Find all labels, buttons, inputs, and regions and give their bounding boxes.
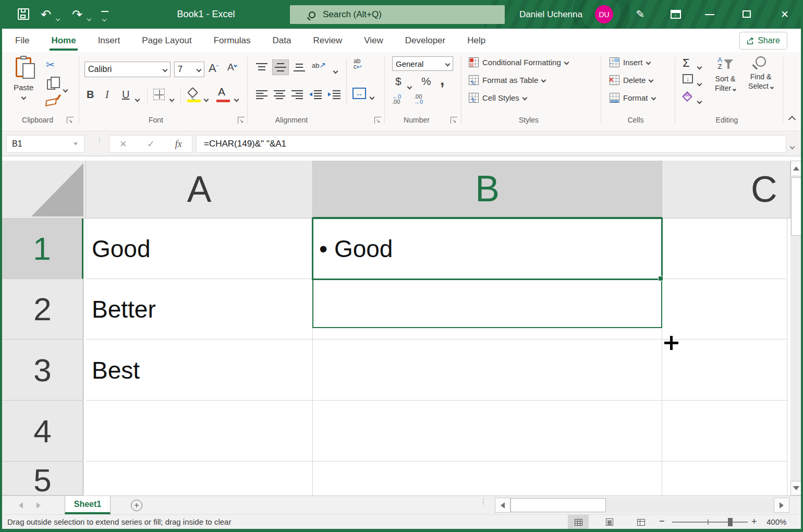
- tab-formulas[interactable]: Formulas: [203, 29, 262, 52]
- previous-sheet-icon[interactable]: [19, 502, 23, 509]
- find-select-button[interactable]: Find & Select: [745, 56, 777, 91]
- cell-a1[interactable]: Good: [92, 219, 151, 279]
- insert-function-icon[interactable]: fx: [175, 139, 182, 150]
- tab-scrollbar-splitter[interactable]: ⋮: [480, 499, 487, 503]
- fill-dropdown-icon[interactable]: [698, 78, 701, 87]
- paste-button[interactable]: Paste: [14, 57, 33, 101]
- sheet-tab-sheet1[interactable]: Sheet1: [65, 496, 111, 514]
- cancel-formula-icon[interactable]: ✕: [119, 139, 127, 150]
- row-header-2[interactable]: 2: [2, 279, 83, 340]
- align-right-icon[interactable]: [291, 90, 303, 101]
- font-color-dropdown-icon[interactable]: [235, 94, 238, 103]
- scroll-right-button[interactable]: [774, 498, 789, 513]
- tab-data[interactable]: Data: [262, 29, 302, 52]
- autosum-icon[interactable]: Σ: [683, 56, 690, 70]
- accounting-dropdown-icon[interactable]: [408, 81, 411, 90]
- column-header-a[interactable]: A: [86, 161, 313, 219]
- undo-button[interactable]: ↶: [39, 0, 53, 29]
- insert-cells-button[interactable]: ← Insert: [610, 57, 650, 67]
- tab-file[interactable]: File: [4, 29, 40, 52]
- tab-insert[interactable]: Insert: [87, 29, 131, 52]
- scroll-left-button[interactable]: [495, 498, 510, 513]
- select-all-corner[interactable]: [2, 161, 86, 219]
- delete-cells-button[interactable]: ✕ Delete: [610, 75, 653, 85]
- copy-dropdown-icon[interactable]: [64, 84, 67, 93]
- zoom-out-button[interactable]: −: [659, 516, 665, 527]
- new-sheet-button[interactable]: +: [131, 500, 142, 511]
- zoom-in-button[interactable]: +: [751, 516, 757, 527]
- accounting-format-icon[interactable]: $: [395, 75, 402, 88]
- close-button[interactable]: ✕: [777, 0, 793, 29]
- cell-a3[interactable]: Best: [92, 340, 140, 401]
- increase-decimal-icon[interactable]: ←0 .00: [392, 94, 401, 104]
- autosum-dropdown-icon[interactable]: [698, 62, 701, 70]
- clipboard-dialog-launcher[interactable]: ↘: [67, 117, 74, 124]
- merge-center-dropdown-icon[interactable]: [370, 92, 374, 101]
- font-name-combo[interactable]: Calibri: [84, 62, 171, 77]
- row-header-5[interactable]: 5: [2, 462, 83, 495]
- align-center-icon[interactable]: [273, 90, 286, 101]
- customize-quick-access-toolbar-icon[interactable]: [101, 11, 108, 23]
- align-left-icon[interactable]: [256, 90, 268, 101]
- save-icon[interactable]: [18, 8, 29, 20]
- underline-dropdown-icon[interactable]: [136, 94, 139, 103]
- tab-view[interactable]: View: [353, 29, 394, 52]
- row-header-3[interactable]: 3: [2, 340, 83, 401]
- tab-developer[interactable]: Developer: [394, 29, 457, 52]
- expand-formula-bar-icon[interactable]: [790, 141, 794, 151]
- row-header-1[interactable]: 1: [2, 219, 83, 279]
- top-align-icon[interactable]: [256, 63, 268, 74]
- column-header-c[interactable]: C: [662, 161, 790, 219]
- pen-draw-icon[interactable]: ✎: [631, 0, 650, 29]
- collapse-ribbon-icon[interactable]: [789, 117, 795, 122]
- number-format-combo[interactable]: General: [392, 56, 453, 71]
- enter-formula-icon[interactable]: ✓: [147, 138, 155, 150]
- number-dialog-launcher[interactable]: ↘: [451, 117, 457, 124]
- borders-icon[interactable]: [153, 89, 165, 100]
- fill-icon[interactable]: ↓: [683, 74, 693, 83]
- page-break-preview-button[interactable]: [630, 515, 651, 529]
- increase-font-size-button[interactable]: Aˆ: [209, 62, 218, 75]
- redo-button[interactable]: ↷: [70, 0, 84, 29]
- undo-dropdown-icon[interactable]: [56, 13, 59, 22]
- paste-dropdown-icon[interactable]: [21, 95, 26, 100]
- tab-page-layout[interactable]: Page Layout: [131, 29, 202, 52]
- name-box[interactable]: B1: [6, 135, 84, 153]
- share-button[interactable]: Share: [739, 32, 787, 50]
- fill-color-dropdown-icon[interactable]: [204, 94, 208, 103]
- zoom-slider-track[interactable]: [672, 522, 748, 523]
- decrease-indent-icon[interactable]: [309, 90, 322, 101]
- name-box-dropdown-icon[interactable]: [74, 142, 78, 146]
- sort-filter-button[interactable]: AZ Sort & Filter: [709, 56, 741, 93]
- font-dialog-launcher[interactable]: ↘: [238, 117, 245, 124]
- italic-button[interactable]: I: [105, 89, 109, 101]
- worksheet-grid[interactable]: A B C 1 2 3 4 5 Good Better Best • Good: [2, 156, 801, 495]
- cell-a2[interactable]: Better: [92, 279, 156, 340]
- alignment-dialog-launcher[interactable]: ↘: [374, 117, 381, 124]
- redo-dropdown-icon[interactable]: [88, 13, 91, 22]
- bold-button[interactable]: B: [87, 89, 94, 101]
- normal-view-button[interactable]: [568, 515, 589, 529]
- tab-review[interactable]: Review: [302, 29, 353, 52]
- middle-align-button[interactable]: [272, 59, 289, 75]
- clear-dropdown-icon[interactable]: [698, 96, 701, 105]
- page-layout-view-button[interactable]: [599, 515, 620, 529]
- horizontal-scrollbar[interactable]: [495, 498, 789, 513]
- font-size-combo[interactable]: 7: [174, 62, 204, 77]
- clear-icon[interactable]: [684, 93, 691, 100]
- bottom-align-icon[interactable]: [293, 63, 306, 74]
- tab-home[interactable]: Home: [40, 29, 87, 52]
- scroll-up-button[interactable]: [790, 161, 802, 176]
- orientation-icon[interactable]: ab↗: [312, 61, 326, 70]
- user-name[interactable]: Daniel Uchenna: [519, 0, 582, 29]
- merge-center-icon[interactable]: ↔: [352, 88, 366, 99]
- tab-help[interactable]: Help: [456, 29, 496, 52]
- fill-handle[interactable]: [658, 276, 663, 281]
- fill-color-icon[interactable]: [189, 89, 197, 96]
- vertical-scrollbar[interactable]: [790, 161, 802, 495]
- cell-styles-button[interactable]: ✎ Cell Styles: [469, 93, 527, 103]
- conditional-formatting-button[interactable]: Conditional Formatting: [469, 57, 568, 67]
- row-header-4[interactable]: 4: [2, 401, 83, 462]
- formula-bar-drag-handle[interactable]: ⋮: [96, 138, 98, 150]
- next-sheet-icon[interactable]: [36, 502, 41, 509]
